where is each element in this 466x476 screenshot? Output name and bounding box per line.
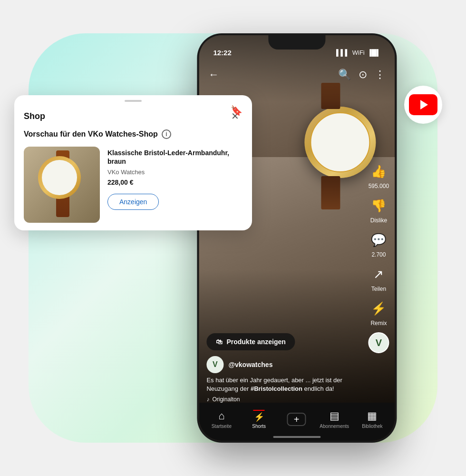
camera-button[interactable]: ⊙ — [359, 69, 367, 81]
dislike-label: Dislike — [370, 217, 387, 224]
subscriptions-icon: ▤ — [330, 410, 340, 422]
dislike-icon: 👎 — [368, 195, 389, 216]
remix-label: Remix — [370, 320, 387, 327]
products-icon: 🛍 — [216, 338, 223, 346]
product-image — [24, 147, 100, 223]
nav-item-shorts[interactable]: ⚡ Shorts — [245, 410, 273, 429]
shorts-label: Shorts — [252, 424, 266, 429]
like-button[interactable]: 👍 595.000 — [368, 161, 389, 189]
notch — [268, 35, 325, 50]
audio-label: Originalton — [212, 396, 240, 403]
side-actions: 👍 595.000 👎 Dislike 💬 2.700 — [368, 161, 389, 355]
top-bar: ← 🔍 ⊙ ⋮ — [199, 63, 395, 87]
drag-handle — [125, 100, 142, 102]
products-button[interactable]: 🛍 Produkte anzeigen — [206, 333, 295, 350]
music-icon: ♪ — [206, 396, 209, 403]
bottom-nav: ⌂ Startseite ⚡ Shorts + ▤ — [199, 403, 395, 441]
remix-icon: ⚡ — [368, 298, 389, 319]
share-label: Teilen — [371, 286, 386, 292]
library-icon: ▦ — [367, 410, 377, 422]
products-label: Produkte anzeigen — [226, 338, 285, 346]
more-button[interactable]: ⋮ — [375, 69, 385, 81]
video-description: Es hat über ein Jahr gedauert, aber ... … — [206, 376, 359, 393]
nav-item-subscriptions[interactable]: ▤ Abonnements — [320, 410, 349, 429]
home-label: Startseite — [212, 424, 232, 429]
phone-frame: 12:22 ▌▌▌ WiFi ▐█▌ ← 🔍 ⊙ ⋮ — [197, 33, 397, 443]
shop-card: Shop ✕ Vorschau für den VKo Watches-Shop… — [14, 95, 252, 230]
add-button[interactable]: + — [287, 413, 306, 426]
comment-button[interactable]: 💬 2.700 — [368, 229, 389, 258]
share-button[interactable]: ↗ Teilen — [368, 264, 389, 292]
info-icon[interactable]: i — [162, 129, 171, 139]
watch-face-gold — [38, 156, 81, 199]
bookmark-icon[interactable]: 🔖 — [231, 105, 243, 116]
channel-name: @vkowatches — [228, 361, 272, 368]
wifi-icon: WiFi — [352, 49, 365, 56]
shop-subtitle: Vorschau für den VKo Watches-Shop i — [14, 129, 252, 147]
channel-avatar[interactable]: V — [206, 356, 223, 373]
search-button[interactable]: 🔍 — [338, 69, 351, 81]
hashtag: #Bristolcollection — [251, 385, 302, 392]
like-icon: 👍 — [368, 161, 389, 182]
product-name: Klassische Bristol-Leder-Armbanduhr, bra… — [107, 149, 243, 166]
youtube-icon — [409, 94, 437, 115]
scene: Shop ✕ Vorschau für den VKo Watches-Shop… — [0, 0, 466, 476]
battery-icon: ▐█▌ — [368, 49, 381, 56]
comment-icon: 💬 — [368, 229, 389, 250]
play-triangle — [420, 100, 428, 109]
library-label: Bibliothek — [362, 424, 382, 429]
watch-dial — [42, 160, 77, 195]
channel-avatar-side[interactable]: V — [368, 332, 389, 353]
bottom-content: 🛍 Produkte anzeigen V @vkowatches Es hat… — [199, 333, 366, 403]
comment-count: 2.700 — [371, 251, 386, 258]
back-button[interactable]: ← — [208, 69, 219, 81]
home-icon: ⌂ — [218, 410, 224, 422]
top-bar-icons: 🔍 ⊙ ⋮ — [338, 69, 385, 81]
dislike-button[interactable]: 👎 Dislike — [368, 195, 389, 224]
nav-item-home[interactable]: ⌂ Startseite — [207, 410, 236, 429]
shorts-icon: ⚡ — [254, 412, 264, 422]
product-info: Klassische Bristol-Leder-Armbanduhr, bra… — [107, 147, 243, 210]
shorts-active-indicator — [253, 410, 265, 411]
nav-item-library[interactable]: ▦ Bibliothek — [358, 410, 387, 429]
audio-row: ♪ Originalton — [206, 396, 359, 403]
phone-outer: 12:22 ▌▌▌ WiFi ▐█▌ ← 🔍 ⊙ ⋮ — [197, 33, 397, 443]
product-price: 228,00 € — [107, 178, 243, 186]
like-count: 595.000 — [369, 183, 389, 189]
signal-icon: ▌▌▌ — [336, 49, 350, 56]
nav-item-add[interactable]: + — [282, 413, 311, 426]
share-icon: ↗ — [368, 264, 389, 285]
status-icons: ▌▌▌ WiFi ▐█▌ — [336, 49, 380, 56]
status-time: 12:22 — [213, 49, 231, 57]
product-row: Klassische Bristol-Leder-Armbanduhr, bra… — [14, 147, 252, 223]
youtube-bubble — [404, 86, 442, 124]
home-indicator — [273, 436, 320, 438]
channel-row: V @vkowatches — [206, 356, 359, 373]
subscriptions-label: Abonnements — [320, 424, 349, 429]
remix-button[interactable]: ⚡ Remix — [368, 298, 389, 327]
product-brand: VKo Watches — [107, 169, 243, 176]
shop-title: Shop — [24, 111, 45, 121]
show-button[interactable]: Anzeigen — [107, 194, 159, 210]
